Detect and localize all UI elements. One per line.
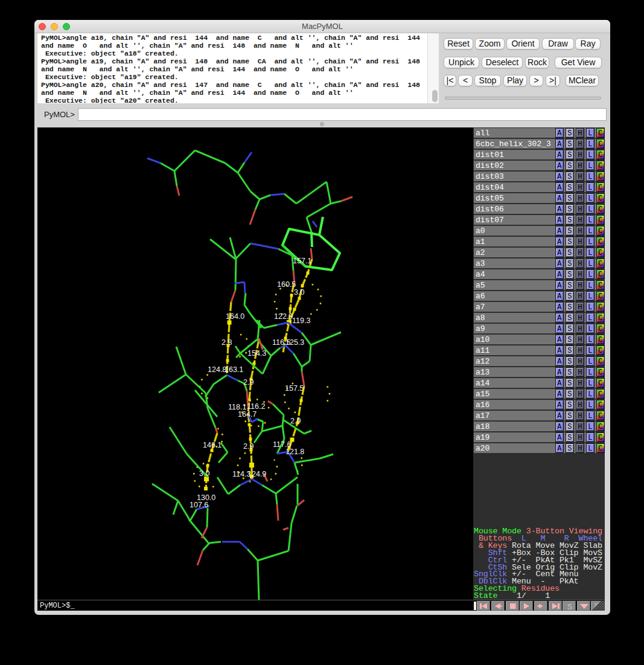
svg-text:160.5: 160.5 [277,280,296,289]
svg-text:107.6: 107.6 [190,501,208,509]
svg-text:164.7: 164.7 [238,410,257,419]
svg-text:125.3: 125.3 [285,338,304,347]
svg-text:S: S [567,603,572,611]
svg-text:146.1: 146.1 [203,441,222,449]
svg-text:2.8: 2.8 [222,338,232,347]
svg-text:163.1: 163.1 [225,365,243,374]
svg-text:157.1: 157.1 [293,257,311,265]
svg-text:2.9: 2.9 [243,442,253,451]
svg-text:119.3: 119.3 [292,316,310,325]
svg-text:164.0: 164.0 [226,312,244,321]
svg-text:154.3: 154.3 [247,349,266,358]
svg-text:116.2: 116.2 [247,402,265,411]
svg-text:124.9: 124.9 [247,470,266,478]
svg-text:3.0: 3.0 [294,288,304,297]
svg-text:3.0: 3.0 [199,469,209,478]
svg-text:2.9: 2.9 [243,378,253,387]
svg-text:121.8: 121.8 [285,448,304,456]
svg-text:124.8: 124.8 [208,365,226,374]
svg-text:157.5: 157.5 [285,384,304,393]
svg-text:2.9: 2.9 [290,417,301,425]
svg-text:122.9: 122.9 [274,312,293,321]
